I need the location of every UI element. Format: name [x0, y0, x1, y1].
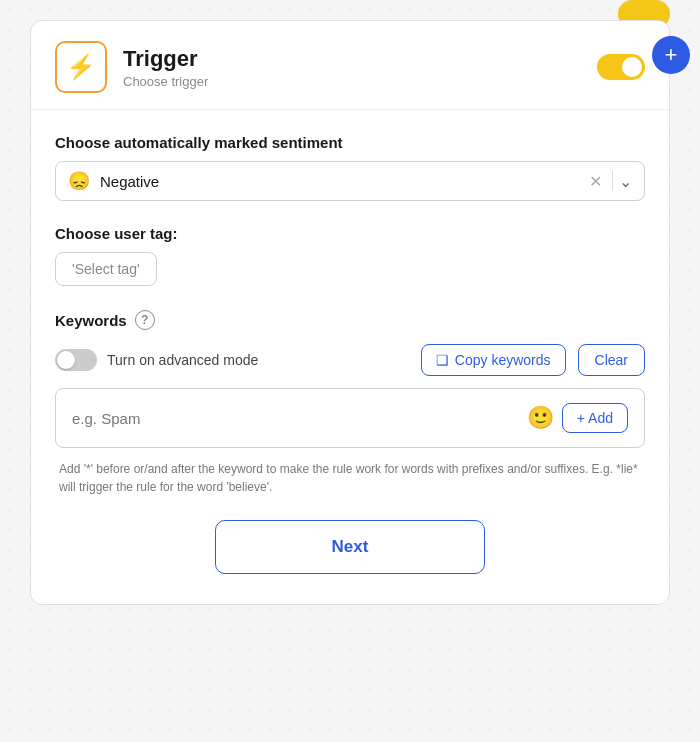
toggle-container: Turn on advanced mode [55, 349, 409, 371]
keyword-input[interactable] [72, 410, 519, 427]
header-toggle[interactable] [597, 54, 645, 80]
advanced-mode-toggle[interactable] [55, 349, 97, 371]
next-button-container: Next [31, 520, 669, 574]
keywords-controls: Turn on advanced mode ❏ Copy keywords Cl… [55, 344, 645, 376]
clear-button[interactable]: Clear [578, 344, 645, 376]
page-wrapper: + ⚡ Trigger Choose trigger Choose automa… [0, 0, 700, 742]
user-tag-label: Choose user tag: [55, 225, 645, 242]
lightning-icon: ⚡ [66, 53, 96, 81]
dropdown-divider [612, 171, 613, 191]
toggle-label: Turn on advanced mode [107, 352, 258, 368]
user-tag-section: Choose user tag: 'Select tag' [55, 225, 645, 286]
keywords-label: Keywords [55, 312, 127, 329]
chevron-down-icon[interactable]: ⌄ [619, 172, 632, 191]
dropdown-actions: ✕ ⌄ [585, 171, 632, 191]
help-icon[interactable]: ? [135, 310, 155, 330]
header-text: Trigger Choose trigger [123, 46, 581, 89]
sentiment-section-label: Choose automatically marked sentiment [55, 134, 645, 151]
add-keyword-button[interactable]: + Add [562, 403, 628, 433]
trigger-icon-box: ⚡ [55, 41, 107, 93]
keywords-header: Keywords ? [55, 310, 645, 330]
header-title: Trigger [123, 46, 581, 72]
card-body: Choose automatically marked sentiment 😞 … [31, 110, 669, 496]
keywords-section: Keywords ? Turn on advanced mode ❏ Copy … [55, 310, 645, 496]
copy-keywords-button[interactable]: ❏ Copy keywords [421, 344, 566, 376]
emoji-button[interactable]: 🙂 [527, 407, 554, 429]
keyword-input-area: 🙂 + Add [55, 388, 645, 448]
tag-select-box[interactable]: 'Select tag' [55, 252, 157, 286]
sentiment-sad-icon: 😞 [68, 170, 90, 192]
sentiment-value: Negative [100, 173, 585, 190]
header-subtitle: Choose trigger [123, 74, 581, 89]
copy-icon: ❏ [436, 352, 449, 368]
add-button[interactable]: + [652, 36, 690, 74]
sentiment-dropdown[interactable]: 😞 Negative ✕ ⌄ [55, 161, 645, 201]
copy-keywords-label: Copy keywords [455, 352, 551, 368]
sentiment-clear-icon[interactable]: ✕ [585, 172, 606, 191]
trigger-card: ⚡ Trigger Choose trigger Choose automati… [30, 20, 670, 605]
next-button[interactable]: Next [215, 520, 485, 574]
card-header: ⚡ Trigger Choose trigger [31, 21, 669, 110]
keywords-helper-text: Add '*' before or/and after the keyword … [55, 460, 645, 496]
